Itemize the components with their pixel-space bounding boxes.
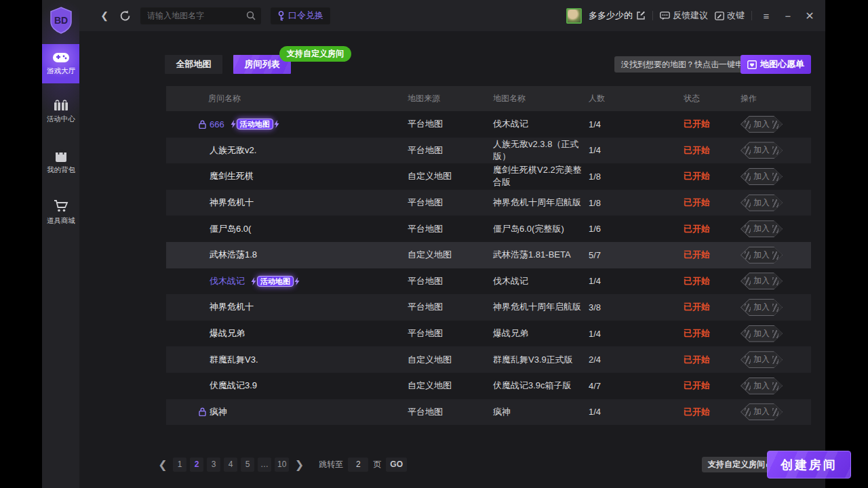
room-name: 666	[210, 119, 224, 129]
username: 多多少少的	[589, 9, 646, 22]
room-table: 房间名称 地图来源 地图名称 人数 状态 操作 666 活动地图	[166, 86, 811, 425]
pagination: ❮ 1 2 3 4 5 … 10 ❯ 跳转至 页 GO	[156, 457, 407, 472]
table-row[interactable]: 神界危机十 活动地图 平台地图 神界危机十周年启航版 1/8 已开始 加入	[166, 190, 811, 216]
edit-profile-icon[interactable]	[636, 11, 646, 20]
map-search	[140, 7, 261, 24]
user-avatar[interactable]	[566, 8, 582, 24]
search-icon	[246, 11, 256, 20]
room-name: 僵尸岛6.0(	[210, 223, 251, 235]
table-row[interactable]: 疯神 活动地图 平台地图 疯神 1/4 已开始 加入	[166, 399, 811, 426]
join-button[interactable]: 加入	[741, 168, 783, 185]
create-room-button[interactable]: 创建房间	[767, 451, 851, 479]
map-wishlist-button[interactable]: 地图心愿单	[741, 55, 811, 74]
sidebar-item-item-shop[interactable]: 道具商城	[42, 194, 79, 231]
room-name: 魔剑生死棋	[210, 170, 254, 182]
map-name: 爆战兄弟	[493, 327, 589, 340]
join-button[interactable]: 加入	[741, 325, 783, 342]
player-count: 1/4	[589, 329, 684, 339]
page-number-button[interactable]: 3	[207, 458, 220, 472]
room-name-cell: 伐木战记 活动地图	[166, 275, 408, 287]
page-number-button[interactable]: 2	[190, 458, 203, 472]
lock-icon	[199, 407, 206, 416]
map-source: 平台地图	[408, 197, 493, 209]
table-row[interactable]: 武林浩荡1.8 活动地图 自定义地图 武林浩荡1.81-BETA 5/7 已开始…	[166, 242, 811, 268]
table-row[interactable]: 伐木战记 活动地图 平台地图 伐木战记 1/4 已开始 加入	[166, 268, 811, 295]
join-button[interactable]: 加入	[741, 220, 783, 237]
tab-all-maps[interactable]: 全部地图	[165, 55, 222, 74]
sidebar-item-game-hall[interactable]: 游戏大厅	[42, 44, 79, 83]
menu-icon[interactable]: ≡	[759, 10, 774, 22]
feedback-button[interactable]: 反馈建议	[660, 9, 708, 22]
room-name-cell: 神界危机十 活动地图	[166, 301, 408, 313]
map-name: 人族无敌v2.3.8（正式版）	[493, 138, 589, 163]
map-name: 疯神	[493, 406, 589, 418]
table-row[interactable]: 魔剑生死棋 活动地图 自定义地图 魔剑生死棋V2.2完美整合版 1/8 已开始 …	[166, 163, 811, 190]
pagination-pages: 1 2 3 4 5 … 10	[173, 458, 289, 472]
minimize-icon[interactable]: −	[781, 10, 795, 22]
join-button[interactable]: 加入	[741, 403, 783, 420]
table-row[interactable]: 666 活动地图 平台地图 伐木战记 1/4 已开始 加入	[166, 111, 811, 138]
sidebar-item-label: 游戏大厅	[47, 66, 75, 75]
join-button[interactable]: 加入	[741, 378, 783, 394]
join-button[interactable]: 加入	[741, 272, 783, 289]
player-count: 2/4	[589, 354, 684, 365]
redeem-code-button[interactable]: 口令兑换	[271, 7, 330, 24]
sidebar-item-activity-center[interactable]: 活动中心	[42, 93, 79, 129]
pagination-prev-icon[interactable]: ❮	[156, 457, 170, 472]
map-source: 平台地图	[408, 223, 493, 235]
app-window: BD 游戏大厅 活动中心	[42, 0, 825, 488]
event-map-badge: 活动地图	[231, 119, 279, 129]
custom-room-support-badge: 支持自定义房间	[279, 46, 351, 62]
room-name: 神界危机十	[210, 197, 254, 209]
table-row[interactable]: 神界危机十 活动地图 平台地图 神界危机十周年启航版 3/8 已开始 加入	[166, 294, 811, 321]
join-button[interactable]: 加入	[741, 195, 783, 211]
status-badge: 已开始	[684, 249, 741, 261]
room-name: 爆战兄弟	[210, 327, 245, 340]
page-number-button[interactable]: 10	[275, 458, 289, 472]
search-input[interactable]	[140, 7, 261, 24]
room-name: 伐木战记	[210, 275, 245, 287]
pagination-next-icon[interactable]: ❯	[292, 457, 306, 472]
gift-icon	[54, 99, 68, 111]
room-table-body: 666 活动地图 平台地图 伐木战记 1/4 已开始 加入	[166, 111, 811, 425]
sidebar-item-my-backpack[interactable]: 我的背包	[42, 143, 79, 180]
join-button[interactable]: 加入	[741, 116, 783, 133]
close-icon[interactable]: ✕	[802, 9, 817, 22]
titlebar: ❮ 口令兑换 多多少少的	[79, 0, 825, 31]
event-map-badge: 活动地图	[251, 276, 300, 287]
svg-text:BD: BD	[54, 15, 67, 26]
room-name-cell: 魔剑生死棋 活动地图	[166, 170, 408, 182]
player-count: 1/8	[589, 198, 684, 208]
jump-page-input[interactable]	[348, 458, 368, 472]
table-row[interactable]: 僵尸岛6.0( 活动地图 平台地图 僵尸岛6.0(完整版) 1/6 已开始 加入	[166, 216, 811, 242]
back-icon[interactable]: ❮	[94, 5, 115, 26]
page-number-button[interactable]: …	[258, 458, 271, 472]
main-content: 全部地图 房间列表 支持自定义房间 没找到想要的地图？快点击一键申请！ 地图心愿…	[79, 31, 825, 488]
jump-label: 跳转至	[319, 459, 343, 470]
join-button[interactable]: 加入	[741, 142, 783, 159]
rebind-keys-button[interactable]: 改键	[715, 9, 745, 22]
table-row[interactable]: 伏魔战记3.9 活动地图 自定义地图 伏魔战记3.9c箱子版 4/7 已开始 加…	[166, 373, 811, 399]
go-button[interactable]: GO	[386, 458, 407, 472]
map-name: 伏魔战记3.9c箱子版	[493, 380, 589, 392]
lightning-icon	[251, 277, 256, 285]
page-number-button[interactable]: 5	[241, 458, 254, 472]
join-button[interactable]: 加入	[741, 247, 783, 264]
table-row[interactable]: 群魔乱舞V3. 活动地图 自定义地图 群魔乱舞V3.9正式版 2/4 已开始 加…	[166, 346, 811, 373]
rebind-keys-label: 改键	[727, 9, 745, 22]
table-row[interactable]: 人族无敌v2. 活动地图 平台地图 人族无敌v2.3.8（正式版） 1/4 已开…	[166, 138, 811, 164]
page-number-button[interactable]: 1	[173, 458, 186, 472]
sidebar-item-label: 我的背包	[47, 165, 75, 174]
page-number-button[interactable]: 4	[224, 458, 237, 472]
sidebar-item-label: 道具商城	[47, 216, 75, 225]
join-button[interactable]: 加入	[741, 299, 783, 316]
status-badge: 已开始	[684, 197, 741, 209]
join-button[interactable]: 加入	[741, 351, 783, 368]
cart-icon	[54, 200, 68, 213]
jump-unit-label: 页	[373, 459, 381, 470]
bag-icon	[54, 149, 68, 162]
table-row[interactable]: 爆战兄弟 活动地图 平台地图 爆战兄弟 1/4 已开始 加入	[166, 321, 811, 347]
map-source: 平台地图	[408, 327, 493, 340]
player-count: 1/4	[589, 407, 684, 417]
refresh-icon[interactable]	[115, 5, 135, 26]
